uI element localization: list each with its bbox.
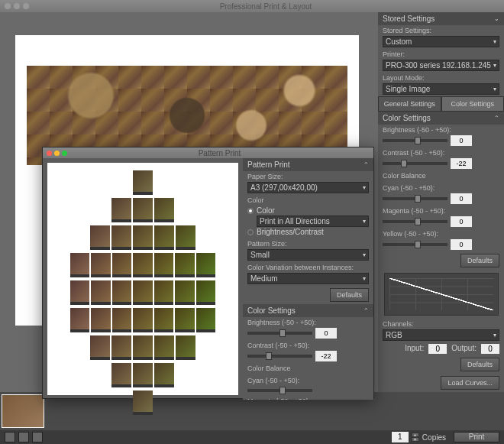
pattern-cell: [112, 308, 131, 334]
pattern-cell: [90, 335, 110, 361]
dlg-radio-color[interactable]: Color: [247, 206, 369, 216]
chevron-up-icon: ⌃: [494, 115, 499, 122]
brightness-slider[interactable]: [383, 139, 447, 142]
magenta-value[interactable]: 0: [451, 216, 472, 227]
pattern-cell: [154, 335, 174, 361]
cyan-value[interactable]: 0: [451, 193, 472, 204]
pattern-cell: [70, 253, 89, 279]
view-mode-3-icon[interactable]: [32, 432, 43, 442]
pattern-cell: [154, 363, 174, 389]
pattern-cell: [175, 253, 194, 279]
output-value[interactable]: 0: [481, 344, 499, 354]
curves-defaults-button[interactable]: Defaults: [460, 358, 499, 371]
pattern-cell: [91, 280, 110, 306]
dlg-print-direction-select[interactable]: Print in All Directions: [257, 216, 369, 227]
thumbnail-item[interactable]: [2, 394, 44, 428]
app-titlebar: Professional Print & Layout: [0, 0, 504, 12]
layout-mode-select[interactable]: Single Image: [383, 83, 499, 95]
dlg-color-header: Color: [247, 196, 369, 204]
dlg-paper-size-select[interactable]: A3 (297,00x420,00): [247, 182, 369, 193]
pattern-cell: [70, 280, 89, 306]
pattern-cell: [133, 335, 153, 361]
contrast-slider[interactable]: [383, 162, 447, 165]
dlg-brightness-label: Brightness (-50 - +50):: [247, 319, 369, 326]
yellow-slider[interactable]: [383, 243, 447, 246]
dialog-close-icon[interactable]: [47, 151, 52, 156]
yellow-value[interactable]: 0: [451, 239, 472, 250]
pattern-cell: [112, 280, 131, 306]
app-title: Professional Print & Layout: [32, 2, 499, 11]
brightness-label: Brightness (-50 - +50):: [383, 126, 499, 134]
stored-settings-header[interactable]: Stored Settings⌄: [378, 12, 504, 25]
dialog-title: Pattern Print: [69, 149, 370, 157]
magenta-label: Magenta (-50 - +50):: [383, 207, 499, 215]
dlg-cyan-slider[interactable]: [247, 389, 312, 392]
cyan-label: Cyan (-50 - +50):: [383, 184, 499, 192]
printer-select[interactable]: PRO-300 series 192.168.1.245: [383, 60, 499, 71]
pattern-cell: [154, 308, 173, 334]
input-label: Input:: [405, 344, 424, 354]
input-value[interactable]: 0: [428, 344, 447, 354]
dlg-contrast-value[interactable]: -22: [315, 351, 337, 361]
dialog-side-panel: Pattern Print⌃ Paper Size:A3 (297,00x420…: [243, 158, 373, 400]
minimize-icon[interactable]: [14, 3, 20, 9]
pattern-cell: [111, 335, 131, 361]
output-label: Output:: [451, 344, 477, 354]
pattern-cell: [196, 253, 215, 279]
dlg-defaults-button[interactable]: Defaults: [330, 288, 369, 302]
tab-color-settings[interactable]: Color Settings: [441, 96, 505, 112]
stored-settings-select[interactable]: Custom: [383, 36, 499, 47]
side-panel: Stored Settings⌄ Stored Settings:Custom …: [378, 12, 504, 429]
dlg-pattern-print-header[interactable]: Pattern Print⌃: [243, 158, 373, 171]
pattern-cell: [133, 391, 153, 416]
pattern-cell: [196, 308, 215, 334]
stored-settings-label: Stored Settings:: [383, 27, 499, 34]
dlg-brightness-value[interactable]: 0: [315, 328, 337, 339]
pattern-preview: [47, 163, 238, 395]
dlg-variation-label: Color Variation between Instances:: [247, 264, 369, 271]
print-button[interactable]: Print: [454, 432, 499, 442]
pattern-cell: [154, 198, 174, 224]
dlg-cyan-label: Cyan (-50 - +50):: [247, 377, 369, 384]
pattern-cell: [111, 225, 131, 251]
tab-general-settings[interactable]: General Settings: [378, 96, 441, 112]
pattern-cell: [111, 198, 131, 224]
pattern-cell: [133, 170, 153, 196]
cyan-slider[interactable]: [383, 197, 447, 200]
copies-value[interactable]: 1: [392, 432, 409, 442]
dlg-color-settings-header[interactable]: Color Settings⌃: [243, 304, 373, 317]
dialog-minimize-icon[interactable]: [54, 151, 60, 156]
contrast-label: Contrast (-50 - +50):: [383, 149, 499, 157]
pattern-cell: [91, 308, 110, 334]
dlg-brightness-slider[interactable]: [247, 332, 312, 335]
view-mode-2-icon[interactable]: [18, 432, 29, 442]
view-mode-1-icon[interactable]: [5, 432, 15, 442]
color-settings-header[interactable]: Color Settings⌃: [378, 112, 504, 125]
pattern-cell: [133, 363, 153, 389]
dlg-contrast-slider[interactable]: [247, 355, 312, 358]
pattern-cell: [133, 253, 152, 279]
chevron-down-icon: ⌄: [494, 15, 499, 22]
dlg-pattern-size-select[interactable]: Small: [247, 249, 369, 261]
defaults-button[interactable]: Defaults: [460, 254, 499, 267]
channels-select[interactable]: RGB: [383, 329, 499, 341]
contrast-value[interactable]: -22: [451, 158, 472, 169]
dialog-maximize-icon[interactable]: [62, 151, 67, 156]
dlg-pattern-size-label: Pattern Size:: [247, 240, 369, 248]
pattern-print-dialog: Pattern Print Pattern Print⌃ Paper Size:…: [42, 147, 374, 399]
pattern-cell: [111, 363, 131, 389]
dlg-radio-brightness-contrast[interactable]: Brightness/Contrast: [247, 227, 369, 237]
brightness-value[interactable]: 0: [451, 135, 472, 146]
pattern-cell: [91, 253, 110, 279]
copies-down-icon[interactable]: ▾: [412, 437, 419, 442]
pattern-cell: [175, 308, 194, 334]
pattern-cell: [133, 225, 153, 251]
maximize-icon[interactable]: [23, 3, 29, 9]
load-curves-button[interactable]: Load Curves...: [441, 376, 499, 390]
printer-label: Printer:: [383, 50, 499, 58]
dlg-variation-select[interactable]: Medium: [247, 273, 369, 284]
tone-curve[interactable]: [384, 273, 499, 316]
close-icon[interactable]: [5, 3, 11, 9]
pattern-cell: [133, 198, 153, 224]
magenta-slider[interactable]: [383, 220, 447, 223]
